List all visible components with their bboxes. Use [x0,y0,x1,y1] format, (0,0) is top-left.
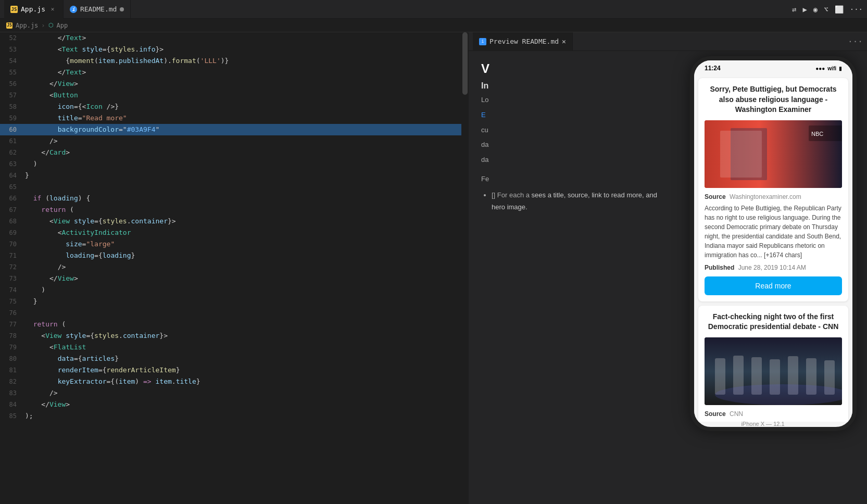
readme-para-4: da [481,140,667,150]
line-num-83: 83 [0,387,25,399]
line-content-77: return ( [25,319,469,330]
preview-pane: i Preview README.md ✕ ··· V In Lo E cu d… [469,32,867,504]
code-line-53: 53 <Text style={styles.info}> [0,44,469,55]
more-options-icon[interactable]: ··· [850,5,863,14]
line-num-69: 69 [0,227,25,238]
tab-readme-md[interactable]: i README.md [64,0,131,19]
svg-rect-1 [731,128,767,180]
line-num-85: 85 [0,410,25,422]
preview-content: V In Lo E cu da da Fe [] For each a sees… [469,51,867,504]
line-num-62: 62 [0,147,25,158]
code-line-54: 54 {moment(item.publishedAt).format('LLL… [0,55,469,67]
news-source-1: Source Washingtonexaminer.com [705,193,842,200]
editor-pane: 52 </Text> 53 <Text style={styles.info}>… [0,32,469,504]
code-line-79: 79 <FlatList [0,342,469,353]
line-content-67: return ( [25,204,469,216]
close-preview-tab[interactable]: ✕ [562,37,566,45]
code-line-59: 59 title="Read more" [0,112,469,124]
line-num-82: 82 [0,376,25,387]
branch-icon[interactable]: ⌥ [824,5,828,14]
code-line-63: 63 ) [0,158,469,170]
code-line-76: 76 [0,307,469,319]
git-icon[interactable]: ⇄ [792,5,796,14]
line-content-85: ); [25,410,469,422]
js-file-icon: JS [10,6,18,13]
line-num-57: 57 [0,90,25,101]
code-line-64: 64 } [0,170,469,181]
debug-icon[interactable]: ◉ [813,5,818,14]
line-content-84: </View> [25,399,469,410]
code-line-70: 70 size="large" [0,238,469,250]
line-num-73: 73 [0,273,25,284]
code-line-69: 69 <ActivityIndicator [0,227,469,238]
line-content-53: <Text style={styles.info}> [25,44,469,55]
code-editor[interactable]: 52 </Text> 53 <Text style={styles.info}>… [0,32,469,504]
code-line-80: 80 data={articles} [0,353,469,364]
iphone-label: iPhone X — 12.1 [680,421,846,427]
code-line-56: 56 </View> [0,78,469,90]
editor-scrollbar[interactable] [461,32,469,504]
main-area: 52 </Text> 53 <Text style={styles.info}>… [0,32,867,504]
line-num-66: 66 [0,193,25,204]
preview-tab-bar: i Preview README.md ✕ ··· [469,32,867,51]
line-content-82: keyExtractor={(item) => item.title} [25,376,469,387]
line-content-75: } [25,296,469,307]
code-line-52: 52 </Text> [0,32,469,44]
title-bar-actions: ⇄ ▶ ◉ ⌥ ⬜ ··· [792,5,863,14]
line-content-80: data={articles} [25,353,469,364]
news-published-1: Published June 28, 2019 10:14 AM [705,264,842,271]
editor-scrollbar-thumb[interactable] [462,32,468,95]
readme-para-3: cu [481,125,667,136]
news-title-1: Sorry, Pete Buttigieg, but Democrats als… [705,84,842,115]
more-preview-icon[interactable]: ··· [848,36,863,46]
source-name-1: Washingtonexaminer.com [730,193,801,200]
code-line-66: 66 if (loading) { [0,193,469,204]
news-card-2: Fact-checking night two of the first Dem… [698,306,848,422]
news-title-2: Fact-checking night two of the first Dem… [705,312,842,332]
readme-link[interactable]: E [481,111,486,119]
battery-icon: ▮ [839,66,842,71]
line-content-59: title="Read more" [25,112,469,124]
readme-bullet-list: [] For each a sees a title, source, link… [492,189,667,213]
line-num-60: 60 [0,124,25,135]
line-content-58: icon={<Icon />} [25,101,469,112]
preview-tab-actions: ··· [848,36,863,46]
news-hero-image-1: NBC [705,120,842,188]
line-content-68: <View style={styles.container}> [25,216,469,227]
read-more-button-1[interactable]: Read more [705,276,842,295]
line-num-78: 78 [0,330,25,342]
info-icon: i [70,6,77,13]
breadcrumb-component: App [57,22,68,29]
line-num-79: 79 [0,342,25,353]
line-content-61: /> [25,135,469,147]
phone-screen[interactable]: Sorry, Pete Buttigieg, but Democrats als… [694,74,852,422]
tab-app-js[interactable]: JS App.js ✕ [4,0,64,19]
line-content-62: </Card> [25,147,469,158]
md-file-icon: i [479,38,486,45]
readme-heading: V [481,61,667,76]
preview-tab-readme[interactable]: i Preview README.md ✕ [473,32,573,51]
published-date-1: June 28, 2019 10:14 AM [738,264,806,271]
line-num-55: 55 [0,67,25,78]
breadcrumb-file: App.js [16,22,38,29]
line-content-81: renderItem={renderArticleItem} [25,364,469,376]
line-num-74: 74 [0,284,25,296]
code-line-72: 72 /> [0,261,469,273]
line-num-77: 77 [0,319,25,330]
line-num-67: 67 [0,204,25,216]
line-num-54: 54 [0,55,25,67]
readme-subheading: In [481,81,667,91]
preview-tab-label: Preview README.md [489,37,559,45]
svg-rect-5 [715,358,725,395]
code-line-75: 75 } [0,296,469,307]
readme-fade [469,462,680,504]
run-icon[interactable]: ▶ [802,5,807,14]
split-editor-icon[interactable]: ⬜ [835,5,844,14]
source-label-2: Source [705,410,726,418]
phone-time: 11:24 [705,65,721,72]
unsaved-indicator [120,7,124,11]
title-bar: JS App.js ✕ i README.md ⇄ ▶ ◉ ⌥ ⬜ ··· [0,0,867,19]
close-tab-app-js[interactable]: ✕ [48,5,57,14]
line-num-52: 52 [0,32,25,44]
code-line-62: 62 </Card> [0,147,469,158]
